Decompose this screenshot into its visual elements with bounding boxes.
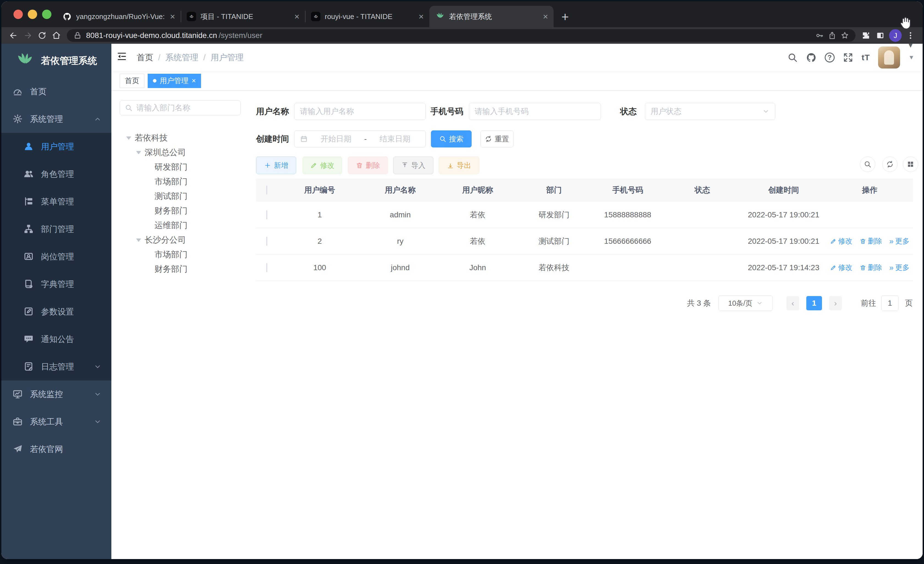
username-field[interactable] <box>294 103 426 120</box>
fullscreen-icon[interactable] <box>843 52 854 63</box>
sidebar-item-user-manage[interactable]: 用户管理 <box>2 133 111 160</box>
refresh-table-button[interactable] <box>882 156 898 172</box>
caret-down-icon[interactable] <box>126 137 131 140</box>
user-avatar[interactable] <box>878 47 900 69</box>
table-row[interactable]: 1 admin 若依 研发部门 15888888888 2022-05-17 1… <box>256 202 913 228</box>
current-page-button[interactable]: 1 <box>806 296 822 310</box>
reload-button[interactable] <box>35 29 49 43</box>
sidebar-fold-icon[interactable] <box>116 51 129 64</box>
tag-close-icon[interactable]: × <box>192 77 196 85</box>
back-button[interactable] <box>6 29 21 43</box>
password-key-icon[interactable] <box>815 32 824 40</box>
reset-button[interactable]: 重置 <box>480 131 513 147</box>
tab-close-icon[interactable]: × <box>170 12 175 21</box>
search-button[interactable]: 搜索 <box>431 131 472 147</box>
row-edit-link[interactable]: 修改 <box>830 236 852 246</box>
row-delete-link[interactable]: 删除 <box>860 236 882 246</box>
share-icon[interactable] <box>828 32 836 40</box>
breadcrumb-home[interactable]: 首页 <box>136 52 153 63</box>
select-all-checkbox[interactable] <box>266 186 267 194</box>
sidebar-item-ruoyi-website[interactable]: 若依官网 <box>2 436 111 463</box>
help-question-icon[interactable]: ? <box>825 53 835 62</box>
row-more-link[interactable]: »更多 <box>890 263 910 272</box>
goto-page-field[interactable] <box>881 295 898 311</box>
tag-home[interactable]: 首页 <box>120 74 144 88</box>
github-icon[interactable] <box>806 52 816 63</box>
tab-close-icon[interactable]: × <box>294 12 300 21</box>
tree-node[interactable]: 若依科技 <box>120 131 252 145</box>
tree-node[interactable]: 深圳总公司 <box>120 145 252 160</box>
column-settings-button[interactable] <box>903 156 918 172</box>
sidebar-item-system-monitor[interactable]: 系统监控 <box>2 381 111 408</box>
phone-field[interactable] <box>469 103 601 120</box>
delete-button[interactable]: 删除 <box>348 156 388 174</box>
prev-page-button[interactable]: ‹ <box>786 296 799 310</box>
import-button[interactable]: 导入 <box>393 156 434 174</box>
tab-close-icon[interactable]: × <box>543 12 548 21</box>
home-button[interactable] <box>49 29 63 43</box>
caret-down-icon[interactable] <box>136 151 141 154</box>
tree-node[interactable]: 长沙分公司 <box>120 233 252 247</box>
date-range-picker[interactable]: 开始日期 - 结束日期 <box>294 131 426 147</box>
username-input[interactable] <box>300 107 420 116</box>
row-checkbox[interactable] <box>266 211 267 219</box>
next-page-button[interactable]: › <box>829 296 842 310</box>
tree-node[interactable]: 运维部门 <box>120 218 252 233</box>
chrome-profile-avatar[interactable]: J <box>889 29 902 42</box>
sidebar-item-post-manage[interactable]: 岗位管理 <box>2 243 111 271</box>
dept-search-box[interactable] <box>120 101 241 115</box>
row-checkbox[interactable] <box>266 263 267 272</box>
sidebar-item-log-manage[interactable]: 日志管理 <box>2 353 111 381</box>
close-window-button[interactable] <box>14 10 23 19</box>
sidebar-item-system-tools[interactable]: 系统工具 <box>2 408 111 436</box>
extensions-puzzle-icon[interactable] <box>859 29 873 43</box>
minimize-window-button[interactable] <box>28 10 37 19</box>
edit-button[interactable]: 修改 <box>303 156 342 174</box>
page-size-select[interactable]: 10条/页 <box>718 295 772 311</box>
table-row[interactable]: 2 ry 若依 测试部门 15666666666 2022-05-17 19:0… <box>256 228 913 254</box>
new-tab-button[interactable]: + <box>556 8 574 26</box>
sidebar-item-dict-manage[interactable]: 字典管理 <box>2 271 111 298</box>
add-button[interactable]: 新增 <box>256 156 296 174</box>
sidebar-item-system-manage[interactable]: 系统管理 <box>2 105 111 133</box>
zoom-window-button[interactable] <box>42 10 51 19</box>
forward-button[interactable] <box>21 29 35 43</box>
sidebar-item-dept-manage[interactable]: 部门管理 <box>2 215 111 243</box>
row-more-link[interactable]: »更多 <box>890 236 910 246</box>
tree-node[interactable]: 财务部门 <box>120 204 252 218</box>
tree-node[interactable]: 测试部门 <box>120 189 252 204</box>
row-checkbox[interactable] <box>266 237 267 246</box>
browser-tab-github[interactable]: yangzongzhuan/RuoYi-Vue: (R × <box>56 6 181 27</box>
font-size-icon[interactable]: tT <box>862 53 870 62</box>
toggle-search-button[interactable] <box>860 156 875 172</box>
browser-tab-ruoyi-active[interactable]: 若依管理系统 × <box>429 6 554 27</box>
chrome-menu-icon[interactable] <box>903 29 918 43</box>
row-delete-link[interactable]: 删除 <box>860 263 882 272</box>
dept-search-input[interactable] <box>136 104 236 112</box>
tab-close-icon[interactable]: × <box>418 12 424 21</box>
tree-node[interactable]: 市场部门 <box>120 247 252 262</box>
caret-down-icon[interactable] <box>136 239 141 242</box>
tree-node[interactable]: 研发部门 <box>120 160 252 174</box>
bookmark-star-icon[interactable] <box>841 32 849 40</box>
row-edit-link[interactable]: 修改 <box>830 263 852 272</box>
sidebar-item-menu-manage[interactable]: 菜单管理 <box>2 188 111 215</box>
header-search-icon[interactable] <box>788 52 798 63</box>
status-select[interactable]: 用户状态 <box>645 103 775 120</box>
app-logo[interactable]: 若依管理系统 <box>2 44 111 78</box>
goto-page-input[interactable] <box>882 296 898 311</box>
sidebar-item-home[interactable]: 首页 <box>2 78 111 105</box>
side-panel-icon[interactable] <box>873 29 887 43</box>
table-row[interactable]: 100 johnd John 若依科技 2022-05-17 19:14:23 … <box>256 254 913 281</box>
browser-tab-rouyi-vue[interactable]: ‹t› rouyi-vue - TITANIDE × <box>305 6 429 27</box>
export-button[interactable]: 导出 <box>439 156 479 174</box>
phone-input[interactable] <box>475 107 595 116</box>
tree-node[interactable]: 市场部门 <box>120 174 252 189</box>
sidebar-item-param-settings[interactable]: 参数设置 <box>2 298 111 325</box>
avatar-caret-down-icon[interactable]: ▼ <box>908 54 914 61</box>
address-bar[interactable]: 8081-rouyi-vue-demo.cloud.titanide.cn/sy… <box>67 29 855 42</box>
tree-node[interactable]: 财务部门 <box>120 262 252 277</box>
tag-user-manage-active[interactable]: 用户管理 × <box>148 74 201 88</box>
sidebar-item-role-manage[interactable]: 角色管理 <box>2 160 111 188</box>
browser-tab-project[interactable]: ‹t› 项目 - TITANIDE × <box>181 6 305 27</box>
